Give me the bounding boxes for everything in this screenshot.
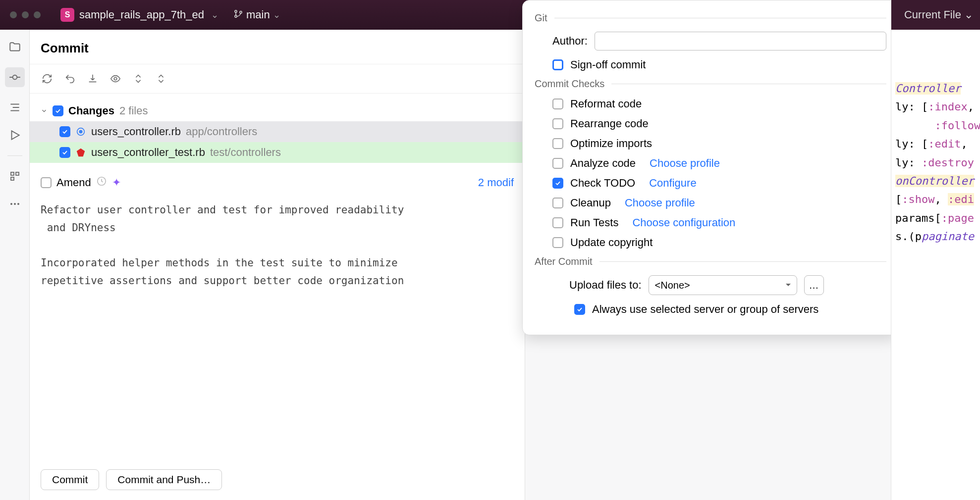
modified-summary-link[interactable]: 2 modif xyxy=(478,176,514,189)
file-row[interactable]: users_controller_test.rb test/controller… xyxy=(30,142,525,163)
changes-header[interactable]: Changes 2 files xyxy=(30,100,525,121)
check-label: Run Tests xyxy=(570,216,618,229)
svg-marker-9 xyxy=(11,131,19,139)
commit-toolbar xyxy=(30,64,525,94)
amend-row: Amend ✦ 2 modif xyxy=(30,163,525,196)
file-path: app/controllers xyxy=(186,125,257,138)
file-path: test/controllers xyxy=(210,146,281,159)
commit-tool-icon[interactable] xyxy=(5,67,25,87)
check-checkbox[interactable] xyxy=(552,198,563,208)
group-by-icon[interactable] xyxy=(155,72,167,85)
more-tool-icon[interactable] xyxy=(7,197,22,211)
file-checkbox[interactable] xyxy=(59,147,70,158)
maximize-window[interactable] xyxy=(34,11,41,18)
commit-message-input[interactable]: Refactor user controller and test for im… xyxy=(30,196,525,459)
commit-button[interactable]: Commit xyxy=(41,469,99,490)
editor-area: Current File ⌄ Controllerly: [:index, :f… xyxy=(891,0,980,500)
chevron-down-icon[interactable]: ⌄ xyxy=(211,9,218,20)
chevron-down-icon[interactable]: ⌄ xyxy=(273,9,280,20)
changes-section: Changes 2 files users_controller.rb app/… xyxy=(30,94,525,163)
branch-name[interactable]: main xyxy=(246,8,270,21)
upload-label: Upload files to: xyxy=(569,279,642,292)
check-checkbox[interactable] xyxy=(552,138,563,149)
svg-point-14 xyxy=(14,203,16,205)
changes-count: 2 files xyxy=(119,104,148,117)
file-checkbox[interactable] xyxy=(59,126,70,137)
svg-rect-11 xyxy=(16,172,19,175)
commit-check-row[interactable]: CleanupChoose profile xyxy=(552,197,886,209)
run-tool-icon[interactable] xyxy=(7,128,22,143)
file-row[interactable]: users_controller.rb app/controllers xyxy=(30,121,525,142)
check-checkbox[interactable] xyxy=(552,237,563,248)
check-label: Update copyright xyxy=(570,236,653,249)
changes-checkbox[interactable] xyxy=(53,105,63,116)
check-config-link[interactable]: Choose profile xyxy=(650,157,720,170)
commit-and-push-button[interactable]: Commit and Push… xyxy=(106,469,222,490)
minimize-window[interactable] xyxy=(22,11,29,18)
amend-checkbox[interactable] xyxy=(41,177,52,188)
svg-rect-10 xyxy=(11,172,14,175)
check-checkbox[interactable] xyxy=(552,158,563,169)
close-window[interactable] xyxy=(10,11,17,18)
signoff-checkbox[interactable] xyxy=(552,59,563,70)
controller-file-icon xyxy=(75,126,86,137)
amend-label: Amend xyxy=(56,176,91,189)
project-badge: S xyxy=(60,8,74,22)
svg-point-3 xyxy=(12,75,17,80)
check-label: Rearrange code xyxy=(570,117,649,130)
check-config-link[interactable]: Choose profile xyxy=(625,197,695,209)
commit-check-row[interactable]: Rearrange code xyxy=(552,117,886,130)
svg-point-2 xyxy=(240,11,242,13)
svg-rect-12 xyxy=(11,177,14,180)
commit-options-popup: Git Author: Sign-off commit Commit Check… xyxy=(522,0,899,335)
structure-tool-icon[interactable] xyxy=(7,100,22,115)
svg-point-0 xyxy=(235,10,237,12)
signoff-label: Sign-off commit xyxy=(570,58,646,71)
rollback-icon[interactable] xyxy=(63,72,76,85)
check-label: Reformat code xyxy=(570,98,642,110)
check-config-link[interactable]: Choose configuration xyxy=(632,216,735,229)
services-tool-icon[interactable] xyxy=(7,169,22,184)
diff-preview-icon[interactable] xyxy=(109,72,122,85)
always-use-row[interactable]: Always use selected server or group of s… xyxy=(574,303,886,316)
commit-check-row[interactable]: Optimize imports xyxy=(552,137,886,150)
ai-sparkle-icon[interactable]: ✦ xyxy=(112,176,121,189)
chevron-down-icon[interactable] xyxy=(41,107,48,114)
author-input[interactable] xyxy=(595,32,886,50)
check-config-link[interactable]: Configure xyxy=(649,177,696,190)
commit-check-row[interactable]: Check TODOConfigure xyxy=(552,177,886,190)
branch-icon xyxy=(233,9,243,21)
shelve-icon[interactable] xyxy=(86,72,99,85)
check-label: Analyze code xyxy=(570,157,636,170)
svg-point-15 xyxy=(17,203,19,205)
svg-point-16 xyxy=(114,77,117,80)
run-config-selector[interactable]: Current File ⌄ xyxy=(891,0,980,30)
always-use-checkbox[interactable] xyxy=(574,304,585,315)
signoff-row[interactable]: Sign-off commit xyxy=(552,58,886,71)
upload-browse-button[interactable]: … xyxy=(804,275,824,295)
check-label: Check TODO xyxy=(570,177,635,190)
changes-label: Changes xyxy=(68,104,114,117)
refresh-icon[interactable] xyxy=(41,72,54,85)
commit-panel: Commit Changes 2 files xyxy=(30,30,525,500)
check-checkbox[interactable] xyxy=(552,99,563,109)
commit-buttons: Commit Commit and Push… xyxy=(30,459,525,500)
commit-check-row[interactable]: Analyze codeChoose profile xyxy=(552,157,886,170)
svg-point-13 xyxy=(10,203,12,205)
check-checkbox[interactable] xyxy=(552,118,563,129)
check-label: Optimize imports xyxy=(570,137,652,150)
editor-code[interactable]: Controllerly: [:index, :followly: [:edit… xyxy=(891,30,980,246)
project-name[interactable]: sample_rails_app_7th_ed xyxy=(79,8,204,21)
expand-collapse-icon[interactable] xyxy=(132,72,145,85)
commit-check-row[interactable]: Reformat code xyxy=(552,98,886,110)
check-label: Cleanup xyxy=(570,197,611,209)
commit-check-row[interactable]: Run TestsChoose configuration xyxy=(552,216,886,229)
commit-check-row[interactable]: Update copyright xyxy=(552,236,886,249)
check-checkbox[interactable] xyxy=(552,217,563,228)
upload-select[interactable]: <None> xyxy=(649,275,797,295)
history-icon[interactable] xyxy=(96,176,107,190)
commit-checks-section-title: Commit Checks xyxy=(535,78,886,90)
svg-point-18 xyxy=(79,130,82,133)
check-checkbox[interactable] xyxy=(552,178,563,189)
project-tool-icon[interactable] xyxy=(7,40,22,54)
